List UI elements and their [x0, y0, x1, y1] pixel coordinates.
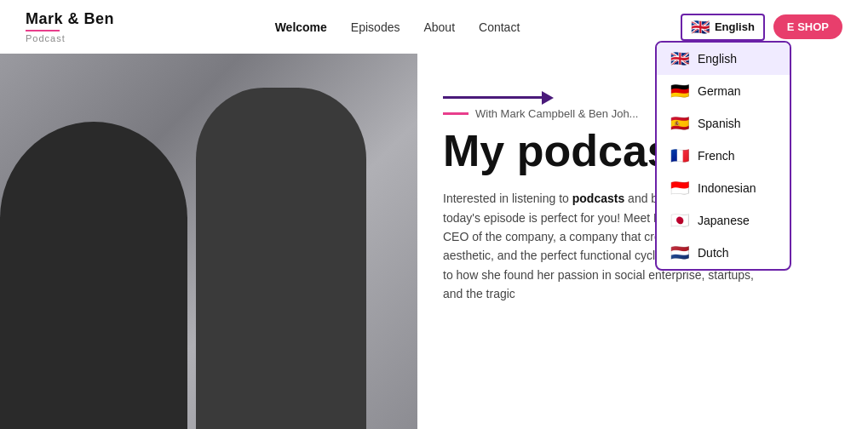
nav-right: 🇬🇧 English E SHOP	[681, 14, 842, 41]
lang-option-french[interactable]: 🇫🇷 French	[657, 140, 790, 172]
lang-spanish-label: Spanish	[698, 117, 741, 130]
tagline-line	[443, 112, 468, 115]
lang-option-spanish[interactable]: 🇪🇸 Spanish	[657, 107, 790, 140]
hero-image	[0, 54, 417, 429]
language-button[interactable]: 🇬🇧 English	[681, 14, 765, 41]
lang-option-dutch[interactable]: 🇳🇱 Dutch	[657, 237, 790, 269]
flag-spanish: 🇪🇸	[670, 116, 689, 131]
lang-option-japanese[interactable]: 🇯🇵 Japanese	[657, 204, 790, 237]
logo-subtitle: Podcast	[26, 33, 114, 43]
flag-japanese: 🇯🇵	[670, 213, 689, 228]
tagline-text: With Mark Campbell & Ben Joh...	[475, 107, 638, 120]
desc-bold-podcasts: podcasts	[572, 192, 624, 205]
logo: Mark & Ben Podcast	[26, 10, 114, 43]
lang-french-label: French	[698, 149, 735, 163]
hero-image-inner	[0, 54, 417, 429]
lang-dutch-label: Dutch	[698, 246, 729, 260]
flag-english: 🇬🇧	[670, 51, 689, 66]
lang-option-german[interactable]: 🇩🇪 German	[657, 75, 790, 107]
lang-indonesian-label: Indonesian	[698, 181, 756, 195]
lang-option-english[interactable]: 🇬🇧 English	[657, 43, 790, 75]
flag-dutch: 🇳🇱	[670, 245, 689, 260]
arrow-graphic	[443, 96, 545, 99]
nav-about[interactable]: About	[423, 20, 455, 34]
flag-german: 🇩🇪	[670, 83, 689, 99]
lang-option-indonesian[interactable]: 🇮🇩 Indonesian	[657, 172, 790, 204]
lang-label: English	[715, 20, 755, 33]
lang-german-label: German	[698, 84, 741, 98]
main-nav: Welcome Episodes About Contact	[275, 20, 520, 34]
nav-welcome[interactable]: Welcome	[275, 20, 327, 34]
content-area: With Mark Campbell & Ben Joh... My podca…	[417, 54, 868, 429]
language-dropdown: 🇬🇧 English 🇩🇪 German 🇪🇸 Spanish 🇫🇷 Frenc…	[655, 41, 791, 271]
flag-french: 🇫🇷	[670, 148, 689, 163]
lang-english-label: English	[698, 52, 737, 66]
nav-contact[interactable]: Contact	[479, 20, 520, 34]
logo-divider	[26, 30, 60, 31]
lang-japanese-label: Japanese	[698, 214, 750, 227]
nav-episodes[interactable]: Episodes	[351, 20, 400, 34]
logo-title: Mark & Ben	[26, 10, 114, 28]
lang-flag: 🇬🇧	[691, 20, 710, 35]
shop-button[interactable]: E SHOP	[773, 14, 842, 39]
flag-indonesian: 🇮🇩	[670, 180, 689, 196]
